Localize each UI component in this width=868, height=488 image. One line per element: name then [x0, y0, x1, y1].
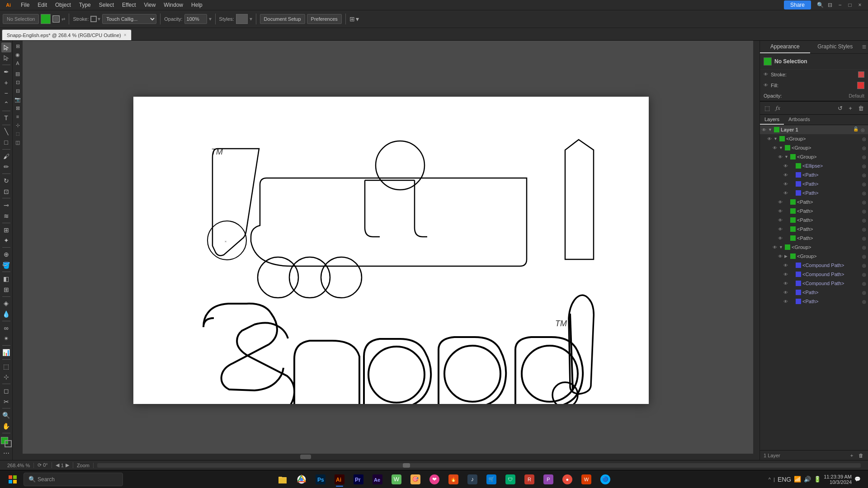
group-1-arrow[interactable]: ▼ [774, 136, 778, 141]
layer-ellipse-1[interactable]: 👁 <Ellipse> ◎ [760, 161, 868, 170]
opacity-input[interactable] [184, 14, 207, 24]
panel-strip-btn-12[interactable]: ◫ [14, 139, 21, 146]
group-5-arrow[interactable]: ▶ [784, 254, 789, 258]
taskbar-app-app5[interactable]: R [520, 471, 538, 488]
eyedropper-tool[interactable]: 💧 [1, 309, 11, 319]
mesh-tool[interactable]: ⊞ [1, 285, 11, 295]
zoom-tool[interactable]: 🔍 [1, 410, 11, 420]
menu-window[interactable]: Window [160, 1, 187, 9]
more-tools-button[interactable]: ⋯ [1, 448, 11, 458]
layer-path-10[interactable]: 👁 <Path> ◎ [760, 297, 868, 306]
layer-path-1[interactable]: 👁 <Path> ◎ [760, 170, 868, 179]
arrange-icon-1[interactable]: ⊞ [349, 15, 355, 23]
minimize-icon[interactable]: − [835, 0, 844, 9]
layers-tab-artboards[interactable]: Artboards [784, 115, 815, 125]
selection-tool[interactable] [1, 42, 11, 52]
gradient-tool[interactable]: ◈ [1, 299, 11, 309]
preferences-button[interactable]: Preferences [307, 14, 342, 24]
search-icon[interactable]: 🔍 [816, 0, 825, 9]
layer-path-2[interactable]: 👁 <Path> ◎ [760, 179, 868, 188]
group-4-target[interactable]: ◎ [862, 245, 866, 250]
layer-1-header[interactable]: 👁 ▼ Layer 1 🔓 ◎ [760, 125, 868, 134]
width-tool[interactable]: ⊸ [1, 200, 11, 210]
menu-edit[interactable]: Edit [34, 1, 51, 9]
eraser-tool[interactable]: ◻ [1, 386, 11, 396]
path-9-eye[interactable]: 👁 [783, 290, 790, 295]
taskbar-app-office[interactable]: W [577, 471, 595, 488]
tray-notification-icon[interactable]: 💬 [854, 476, 861, 482]
path-4-eye[interactable]: 👁 [778, 200, 784, 205]
compound-1-eye[interactable]: 👁 [783, 263, 790, 268]
menu-select[interactable]: Select [95, 1, 118, 9]
puppet-warp-tool[interactable]: ✦ [1, 235, 11, 245]
path-2-eye[interactable]: 👁 [783, 182, 790, 187]
layer-path-4[interactable]: 👁 <Path> ◎ [760, 197, 868, 206]
layer-1-visibility-eye[interactable]: 👁 [762, 127, 768, 132]
layer-path-9[interactable]: 👁 <Path> ◎ [760, 288, 868, 297]
menu-help[interactable]: Help [188, 1, 206, 9]
arrange-icon-2[interactable]: ▾ [356, 15, 359, 23]
artboards-panel-icon[interactable]: 𝑓𝑥 [774, 103, 783, 113]
add-layer-icon[interactable]: + [848, 452, 855, 459]
layer-group-3[interactable]: 👁 ▼ <Group> ◎ [760, 152, 868, 161]
fill-stroke-indicator[interactable] [1, 437, 12, 448]
tray-wifi-icon[interactable]: 📶 [794, 476, 801, 483]
taskbar-app-app4[interactable]: 🔥 [444, 471, 462, 488]
panel-strip-btn-6[interactable]: ⊟ [14, 87, 21, 94]
layer-group-5[interactable]: 👁 ▶ <Group> ◎ [760, 252, 868, 261]
panel-strip-btn-1[interactable]: ⊞ [14, 42, 21, 50]
tray-language[interactable]: ENG [778, 476, 791, 483]
panel-delete-icon[interactable]: 🗑 [856, 103, 865, 113]
layers-tab-layers[interactable]: Layers [760, 115, 784, 125]
close-window-icon[interactable]: × [855, 0, 864, 9]
taskbar-app-app2[interactable]: 🎯 [406, 471, 425, 488]
layer-1-expand-arrow[interactable]: ▼ [768, 127, 773, 132]
stroke-visibility-icon[interactable]: 👁 [764, 72, 769, 77]
taskbar-app-ae[interactable]: Ae [368, 471, 387, 488]
delete-layer-icon[interactable]: 🗑 [857, 452, 864, 459]
fill-color-swatch[interactable] [41, 14, 51, 24]
taskbar-clock[interactable]: 11:23:39 AM 10/3/2024 [824, 474, 852, 485]
menu-object[interactable]: Object [52, 1, 75, 9]
swap-colors-icon[interactable]: ⇄ [61, 17, 65, 22]
taskbar-app-illustrator[interactable]: Ai [330, 471, 349, 488]
path-6-target[interactable]: ◎ [862, 218, 866, 223]
taskbar-app-app7[interactable]: ● [558, 471, 576, 488]
path-5-target[interactable]: ◎ [862, 209, 866, 214]
path-3-eye[interactable]: 👁 [783, 191, 790, 196]
taskbar-app-app3[interactable]: ❤ [425, 471, 443, 488]
prev-page-icon[interactable]: ◀ [56, 462, 59, 468]
taskbar-app-chrome[interactable] [292, 471, 311, 488]
anchor-point-tool[interactable]: ⌃ [1, 99, 11, 109]
artboard-tool[interactable]: ⬚ [1, 361, 11, 371]
tray-sound-icon[interactable]: 🔊 [804, 476, 811, 483]
slice-tool[interactable]: ⊹ [1, 372, 11, 382]
styles-arrow-icon[interactable]: ▾ [250, 16, 252, 22]
taskbar-app-app1[interactable]: W [387, 471, 406, 488]
compound-1-target[interactable]: ◎ [862, 263, 866, 268]
path-10-eye[interactable]: 👁 [783, 299, 790, 304]
taskbar-app-store[interactable]: 🛒 [482, 471, 500, 488]
compound-2-target[interactable]: ◎ [862, 272, 866, 277]
transform-tool[interactable]: ⊡ [1, 187, 11, 197]
group-5-eye[interactable]: 👁 [778, 254, 784, 259]
layer-path-8[interactable]: 👁 <Path> ◎ [760, 234, 868, 243]
ellipse-eye[interactable]: 👁 [783, 164, 790, 169]
taskbar-app-antivirus2[interactable]: 🔵 [596, 471, 614, 488]
direct-selection-tool[interactable] [1, 53, 11, 63]
group-2-target[interactable]: ◎ [862, 145, 866, 150]
hand-tool[interactable]: ✋ [1, 421, 11, 431]
taskbar-app-photoshop[interactable]: Ps [311, 471, 330, 488]
layer-1-lock-icon[interactable]: 🔓 [853, 127, 859, 133]
maximize-icon[interactable]: □ [845, 0, 854, 9]
panel-strip-btn-11[interactable]: ⬚ [14, 130, 21, 137]
layer-path-7[interactable]: 👁 <Path> ◎ [760, 225, 868, 234]
panel-add-icon[interactable]: + [846, 103, 855, 113]
free-transform-tool[interactable]: ⊞ [1, 225, 11, 235]
ellipse-target[interactable]: ◎ [862, 164, 866, 169]
brush-selector[interactable]: Touch Callig... [102, 14, 156, 24]
path-8-eye[interactable]: 👁 [778, 236, 784, 241]
group-4-eye[interactable]: 👁 [773, 245, 779, 250]
group-3-target[interactable]: ◎ [862, 155, 866, 160]
group-1-eye[interactable]: 👁 [767, 136, 774, 141]
